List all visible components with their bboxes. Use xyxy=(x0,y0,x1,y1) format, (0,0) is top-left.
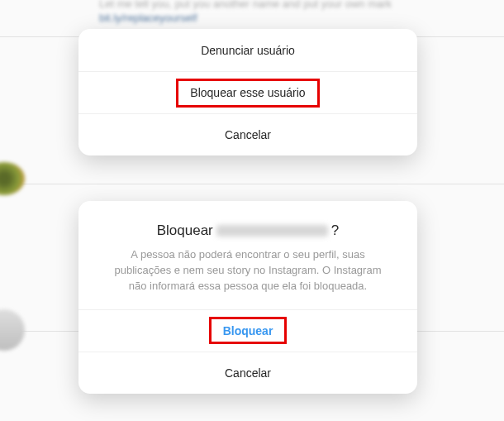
confirm-block-body: Bloquear ? A pessoa não poderá encontrar… xyxy=(78,201,417,309)
user-actions-modal: Denunciar usuário Bloquear esse usuário … xyxy=(78,29,417,155)
report-user-button[interactable]: Denunciar usuário xyxy=(78,29,417,71)
cancel-label: Cancelar xyxy=(225,128,271,141)
confirm-block-title-prefix: Bloquear xyxy=(157,222,213,239)
confirm-block-modal: Bloquear ? A pessoa não poderá encontrar… xyxy=(78,201,417,394)
block-user-button[interactable]: Bloquear esse usuário xyxy=(78,71,417,113)
cancel-button[interactable]: Cancelar xyxy=(78,113,417,155)
confirm-block-label: Bloquear xyxy=(223,324,273,337)
confirm-block-title-suffix: ? xyxy=(331,222,339,239)
report-user-label: Denunciar usuário xyxy=(201,44,295,57)
confirm-block-description: A pessoa não poderá encontrar o seu perf… xyxy=(108,247,388,294)
block-user-label: Bloquear esse usuário xyxy=(190,86,305,99)
confirm-block-button[interactable]: Bloquear xyxy=(78,309,417,352)
redacted-username xyxy=(216,225,328,237)
confirm-cancel-label: Cancelar xyxy=(225,366,271,380)
confirm-block-title: Bloquear ? xyxy=(108,222,388,239)
confirm-cancel-button[interactable]: Cancelar xyxy=(78,352,417,394)
